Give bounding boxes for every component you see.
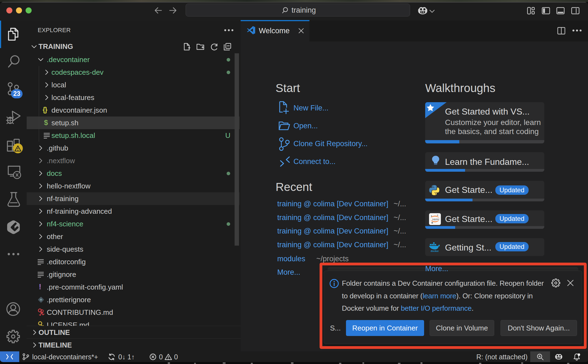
svg-text:docker: docker: [431, 250, 439, 252]
svg-text:jupyter: jupyter: [432, 218, 439, 221]
